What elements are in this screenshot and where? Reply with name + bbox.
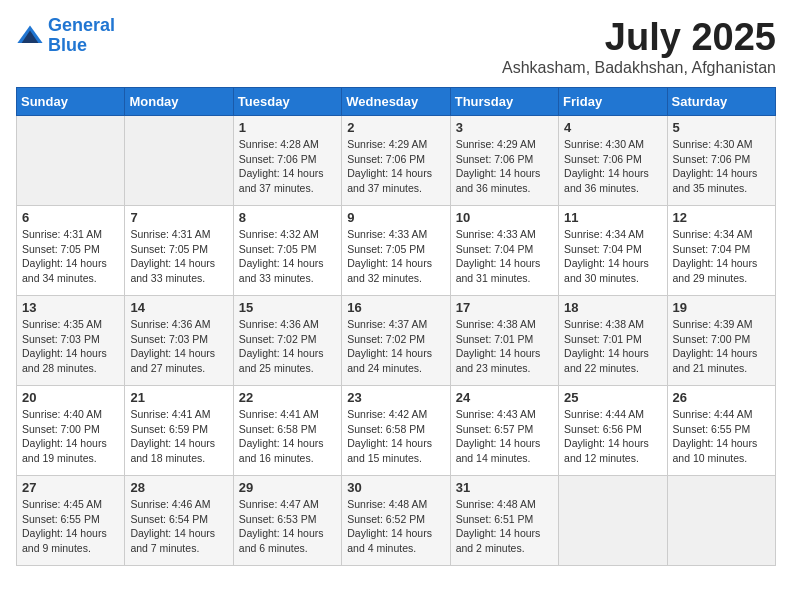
day-detail: Sunrise: 4:33 AMSunset: 7:04 PMDaylight:…: [456, 227, 553, 286]
calendar-cell: 22Sunrise: 4:41 AMSunset: 6:58 PMDayligh…: [233, 386, 341, 476]
day-header-friday: Friday: [559, 88, 667, 116]
day-header-monday: Monday: [125, 88, 233, 116]
day-detail: Sunrise: 4:30 AMSunset: 7:06 PMDaylight:…: [673, 137, 770, 196]
calendar-cell: 9Sunrise: 4:33 AMSunset: 7:05 PMDaylight…: [342, 206, 450, 296]
day-number: 26: [673, 390, 770, 405]
page-header: General Blue July 2025 Ashkasham, Badakh…: [16, 16, 776, 77]
day-number: 15: [239, 300, 336, 315]
calendar-cell: 10Sunrise: 4:33 AMSunset: 7:04 PMDayligh…: [450, 206, 558, 296]
day-detail: Sunrise: 4:32 AMSunset: 7:05 PMDaylight:…: [239, 227, 336, 286]
day-detail: Sunrise: 4:43 AMSunset: 6:57 PMDaylight:…: [456, 407, 553, 466]
calendar-cell: 17Sunrise: 4:38 AMSunset: 7:01 PMDayligh…: [450, 296, 558, 386]
day-number: 13: [22, 300, 119, 315]
day-number: 20: [22, 390, 119, 405]
calendar-cell: 31Sunrise: 4:48 AMSunset: 6:51 PMDayligh…: [450, 476, 558, 566]
calendar-cell: 28Sunrise: 4:46 AMSunset: 6:54 PMDayligh…: [125, 476, 233, 566]
day-detail: Sunrise: 4:36 AMSunset: 7:02 PMDaylight:…: [239, 317, 336, 376]
day-detail: Sunrise: 4:38 AMSunset: 7:01 PMDaylight:…: [564, 317, 661, 376]
calendar-cell: 27Sunrise: 4:45 AMSunset: 6:55 PMDayligh…: [17, 476, 125, 566]
day-number: 7: [130, 210, 227, 225]
calendar-cell: 1Sunrise: 4:28 AMSunset: 7:06 PMDaylight…: [233, 116, 341, 206]
calendar-cell: 15Sunrise: 4:36 AMSunset: 7:02 PMDayligh…: [233, 296, 341, 386]
day-header-saturday: Saturday: [667, 88, 775, 116]
calendar-cell: 18Sunrise: 4:38 AMSunset: 7:01 PMDayligh…: [559, 296, 667, 386]
month-year: July 2025: [502, 16, 776, 59]
calendar-cell: [667, 476, 775, 566]
day-detail: Sunrise: 4:48 AMSunset: 6:52 PMDaylight:…: [347, 497, 444, 556]
day-detail: Sunrise: 4:33 AMSunset: 7:05 PMDaylight:…: [347, 227, 444, 286]
day-number: 18: [564, 300, 661, 315]
title-block: July 2025 Ashkasham, Badakhshan, Afghani…: [502, 16, 776, 77]
day-detail: Sunrise: 4:41 AMSunset: 6:59 PMDaylight:…: [130, 407, 227, 466]
calendar-week-3: 13Sunrise: 4:35 AMSunset: 7:03 PMDayligh…: [17, 296, 776, 386]
calendar-cell: 4Sunrise: 4:30 AMSunset: 7:06 PMDaylight…: [559, 116, 667, 206]
day-header-tuesday: Tuesday: [233, 88, 341, 116]
day-number: 23: [347, 390, 444, 405]
day-detail: Sunrise: 4:38 AMSunset: 7:01 PMDaylight:…: [456, 317, 553, 376]
day-header-thursday: Thursday: [450, 88, 558, 116]
calendar-table: SundayMondayTuesdayWednesdayThursdayFrid…: [16, 87, 776, 566]
day-detail: Sunrise: 4:30 AMSunset: 7:06 PMDaylight:…: [564, 137, 661, 196]
day-number: 22: [239, 390, 336, 405]
logo: General Blue: [16, 16, 115, 56]
calendar-cell: 5Sunrise: 4:30 AMSunset: 7:06 PMDaylight…: [667, 116, 775, 206]
calendar-cell: 13Sunrise: 4:35 AMSunset: 7:03 PMDayligh…: [17, 296, 125, 386]
calendar-cell: 24Sunrise: 4:43 AMSunset: 6:57 PMDayligh…: [450, 386, 558, 476]
day-number: 25: [564, 390, 661, 405]
day-number: 27: [22, 480, 119, 495]
logo-general: General: [48, 15, 115, 35]
logo-icon: [16, 22, 44, 50]
calendar-cell: 20Sunrise: 4:40 AMSunset: 7:00 PMDayligh…: [17, 386, 125, 476]
day-number: 31: [456, 480, 553, 495]
day-detail: Sunrise: 4:29 AMSunset: 7:06 PMDaylight:…: [347, 137, 444, 196]
calendar-cell: 7Sunrise: 4:31 AMSunset: 7:05 PMDaylight…: [125, 206, 233, 296]
day-number: 3: [456, 120, 553, 135]
day-header-wednesday: Wednesday: [342, 88, 450, 116]
day-number: 11: [564, 210, 661, 225]
day-header-sunday: Sunday: [17, 88, 125, 116]
day-detail: Sunrise: 4:36 AMSunset: 7:03 PMDaylight:…: [130, 317, 227, 376]
calendar-week-4: 20Sunrise: 4:40 AMSunset: 7:00 PMDayligh…: [17, 386, 776, 476]
day-number: 5: [673, 120, 770, 135]
calendar-cell: 26Sunrise: 4:44 AMSunset: 6:55 PMDayligh…: [667, 386, 775, 476]
calendar-cell: 14Sunrise: 4:36 AMSunset: 7:03 PMDayligh…: [125, 296, 233, 386]
day-detail: Sunrise: 4:28 AMSunset: 7:06 PMDaylight:…: [239, 137, 336, 196]
calendar-week-1: 1Sunrise: 4:28 AMSunset: 7:06 PMDaylight…: [17, 116, 776, 206]
calendar-cell: 19Sunrise: 4:39 AMSunset: 7:00 PMDayligh…: [667, 296, 775, 386]
logo-blue: Blue: [48, 35, 87, 55]
day-number: 30: [347, 480, 444, 495]
day-number: 17: [456, 300, 553, 315]
day-number: 19: [673, 300, 770, 315]
calendar-cell: 11Sunrise: 4:34 AMSunset: 7:04 PMDayligh…: [559, 206, 667, 296]
day-number: 16: [347, 300, 444, 315]
day-number: 29: [239, 480, 336, 495]
day-number: 9: [347, 210, 444, 225]
day-detail: Sunrise: 4:40 AMSunset: 7:00 PMDaylight:…: [22, 407, 119, 466]
day-detail: Sunrise: 4:48 AMSunset: 6:51 PMDaylight:…: [456, 497, 553, 556]
day-detail: Sunrise: 4:39 AMSunset: 7:00 PMDaylight:…: [673, 317, 770, 376]
day-detail: Sunrise: 4:31 AMSunset: 7:05 PMDaylight:…: [22, 227, 119, 286]
day-detail: Sunrise: 4:45 AMSunset: 6:55 PMDaylight:…: [22, 497, 119, 556]
day-detail: Sunrise: 4:29 AMSunset: 7:06 PMDaylight:…: [456, 137, 553, 196]
day-detail: Sunrise: 4:34 AMSunset: 7:04 PMDaylight:…: [673, 227, 770, 286]
day-number: 2: [347, 120, 444, 135]
day-number: 14: [130, 300, 227, 315]
day-detail: Sunrise: 4:47 AMSunset: 6:53 PMDaylight:…: [239, 497, 336, 556]
calendar-cell: [17, 116, 125, 206]
day-detail: Sunrise: 4:35 AMSunset: 7:03 PMDaylight:…: [22, 317, 119, 376]
day-detail: Sunrise: 4:37 AMSunset: 7:02 PMDaylight:…: [347, 317, 444, 376]
calendar-cell: 25Sunrise: 4:44 AMSunset: 6:56 PMDayligh…: [559, 386, 667, 476]
day-detail: Sunrise: 4:44 AMSunset: 6:56 PMDaylight:…: [564, 407, 661, 466]
logo-text: General Blue: [48, 16, 115, 56]
calendar-cell: 29Sunrise: 4:47 AMSunset: 6:53 PMDayligh…: [233, 476, 341, 566]
day-number: 12: [673, 210, 770, 225]
day-detail: Sunrise: 4:31 AMSunset: 7:05 PMDaylight:…: [130, 227, 227, 286]
location: Ashkasham, Badakhshan, Afghanistan: [502, 59, 776, 77]
day-number: 8: [239, 210, 336, 225]
day-number: 24: [456, 390, 553, 405]
calendar-week-2: 6Sunrise: 4:31 AMSunset: 7:05 PMDaylight…: [17, 206, 776, 296]
day-detail: Sunrise: 4:42 AMSunset: 6:58 PMDaylight:…: [347, 407, 444, 466]
day-detail: Sunrise: 4:46 AMSunset: 6:54 PMDaylight:…: [130, 497, 227, 556]
day-detail: Sunrise: 4:34 AMSunset: 7:04 PMDaylight:…: [564, 227, 661, 286]
calendar-week-5: 27Sunrise: 4:45 AMSunset: 6:55 PMDayligh…: [17, 476, 776, 566]
